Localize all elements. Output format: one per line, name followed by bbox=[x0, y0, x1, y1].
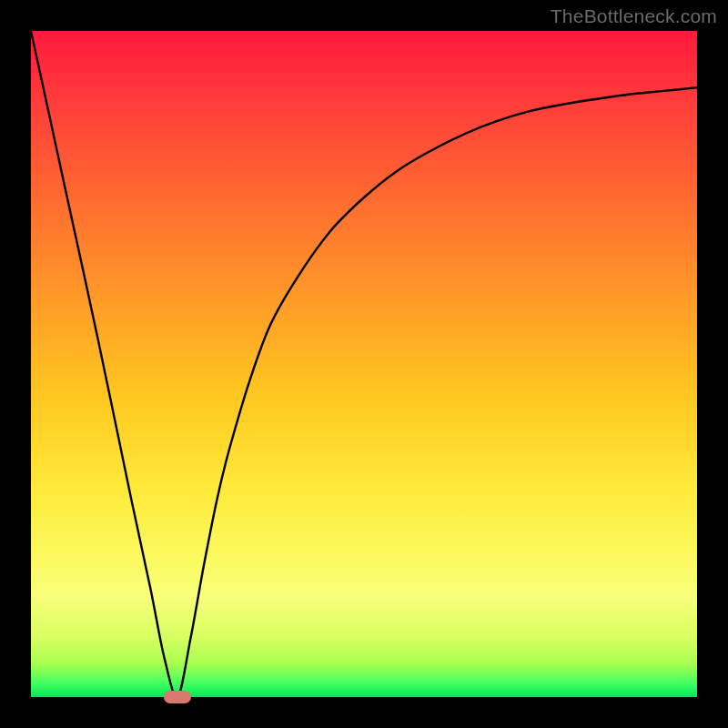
chart-frame: TheBottleneck.com bbox=[0, 0, 728, 728]
bottleneck-curve-path bbox=[31, 31, 697, 697]
minimum-marker bbox=[164, 691, 191, 703]
watermark-text: TheBottleneck.com bbox=[551, 5, 717, 27]
plot-area bbox=[31, 31, 697, 697]
curve-svg bbox=[31, 31, 697, 697]
